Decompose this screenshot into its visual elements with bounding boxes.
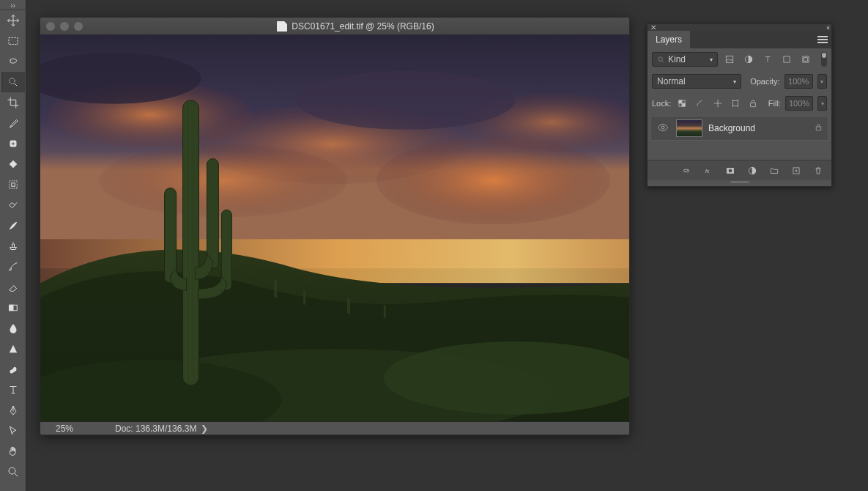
lock-position-icon[interactable] [711, 96, 724, 111]
document-titlebar[interactable]: DSC01671_edit.tif @ 25% (RGB/16) [40, 18, 629, 34]
filter-smart-icon[interactable] [798, 52, 813, 67]
maximize-window[interactable] [74, 22, 83, 31]
svg-rect-36 [803, 56, 809, 62]
svg-rect-40 [682, 103, 685, 106]
smudge-tool[interactable] [1, 359, 25, 380]
lock-transparency-icon[interactable] [675, 96, 689, 111]
pen-tool[interactable] [1, 400, 25, 421]
lock-all-icon[interactable] [746, 96, 760, 111]
layers-panel: ✕ ‹‹ Layers Kind ▾ [647, 23, 832, 187]
fill-dropdown[interactable]: ▾ [817, 96, 827, 111]
panel-resize-handle[interactable] [648, 180, 831, 186]
new-layer-icon[interactable] [789, 163, 804, 178]
filter-toggle[interactable] [821, 52, 827, 67]
lock-image-icon[interactable] [693, 96, 706, 111]
lock-artboard-icon[interactable] [729, 96, 742, 111]
patch-tool[interactable] [1, 154, 25, 174]
content-aware-tool[interactable] [1, 195, 25, 215]
svg-rect-23 [207, 159, 218, 269]
group-icon[interactable] [767, 163, 782, 178]
lock-row: Lock: Fill: 100% ▾ [648, 92, 831, 114]
move-tool[interactable] [1, 10, 25, 31]
toolbox: ›› [0, 0, 26, 491]
svg-point-32 [659, 56, 663, 61]
filter-type-label: Kind [668, 54, 686, 64]
path-selection-tool[interactable] [1, 421, 25, 441]
crop-tool[interactable] [1, 92, 25, 113]
layers-tab[interactable]: Layers [648, 31, 690, 48]
svg-point-16 [296, 71, 515, 130]
type-tool[interactable] [1, 380, 25, 400]
svg-rect-44 [816, 127, 821, 130]
doc-size-text: Doc: 136.3M/136.3M [115, 424, 196, 434]
image-canvas[interactable] [40, 34, 629, 421]
svg-point-8 [9, 468, 15, 474]
filter-pixel-icon[interactable] [722, 52, 737, 67]
panel-menu-icon[interactable] [814, 31, 831, 48]
svg-rect-22 [165, 188, 177, 283]
filter-type-icon[interactable] [760, 52, 775, 67]
svg-rect-39 [679, 100, 682, 103]
svg-rect-5 [11, 183, 15, 187]
panel-control-bar[interactable]: ✕ ‹‹ [648, 24, 831, 31]
brush-tool[interactable] [1, 215, 25, 236]
svg-rect-28 [274, 279, 277, 298]
toolbox-expand[interactable]: ›› [0, 1, 26, 10]
quick-selection-tool[interactable] [1, 72, 25, 92]
opacity-dropdown[interactable]: ▾ [817, 74, 827, 89]
zoom-level[interactable]: 25% [43, 424, 86, 434]
visibility-toggle-icon[interactable] [656, 122, 670, 136]
layer-name[interactable]: Background [708, 123, 755, 133]
frame-tool[interactable] [1, 174, 25, 195]
healing-brush-tool[interactable] [1, 133, 25, 154]
layer-style-icon[interactable]: fx [701, 163, 716, 178]
history-brush-tool[interactable] [1, 256, 25, 277]
workspace: DSC01671_edit.tif @ 25% (RGB/16) [26, 0, 868, 491]
svg-rect-7 [9, 305, 12, 311]
svg-point-43 [661, 126, 664, 129]
svg-point-47 [729, 169, 732, 172]
clone-stamp-tool[interactable] [1, 236, 25, 256]
lock-label: Lock: [652, 99, 671, 108]
chevron-right-icon: ❯ [201, 424, 208, 434]
lasso-tool[interactable] [1, 51, 25, 72]
minimize-window[interactable] [60, 22, 69, 31]
adjustment-layer-icon[interactable] [745, 163, 760, 178]
blend-row: Normal ▾ Opacity: 100% ▾ [648, 70, 831, 92]
lock-icon[interactable] [814, 122, 823, 134]
layer-list: Background [648, 114, 831, 160]
filter-adjustment-icon[interactable] [741, 52, 756, 67]
svg-rect-4 [9, 181, 17, 189]
layer-mask-icon[interactable] [723, 163, 738, 178]
gradient-tool[interactable] [1, 298, 25, 318]
delete-layer-icon[interactable] [811, 163, 826, 178]
svg-point-1 [9, 78, 15, 84]
blur-tool[interactable] [1, 318, 25, 339]
hand-tool[interactable] [1, 441, 25, 462]
svg-rect-3 [9, 160, 17, 169]
fill-value[interactable]: 100% [785, 96, 813, 111]
app-root: ›› [0, 0, 868, 491]
blend-mode-select[interactable]: Normal ▾ [652, 74, 741, 89]
svg-text:fx: fx [705, 168, 710, 173]
opacity-value[interactable]: 100% [784, 74, 813, 89]
rectangular-marquee-tool[interactable] [1, 31, 25, 51]
layer-thumbnail[interactable] [676, 119, 702, 137]
canvas-area[interactable] [40, 34, 629, 422]
link-layers-icon[interactable] [679, 163, 694, 178]
opacity-label: Opacity: [750, 77, 779, 86]
eraser-tool[interactable] [1, 277, 25, 298]
svg-rect-33 [726, 56, 732, 62]
document-title-text: DSC01671_edit.tif @ 25% (RGB/16) [292, 21, 434, 32]
filter-type-select[interactable]: Kind ▾ [652, 52, 718, 67]
zoom-tool[interactable] [1, 462, 25, 482]
search-icon [657, 56, 665, 64]
triangle-tool[interactable] [1, 339, 25, 359]
svg-point-15 [99, 144, 347, 218]
eyedropper-tool[interactable] [1, 113, 25, 133]
document-info[interactable]: Doc: 136.3M/136.3M ❯ [115, 424, 208, 434]
layer-filter-row: Kind ▾ [648, 48, 831, 70]
filter-shape-icon[interactable] [779, 52, 794, 67]
layer-row-background[interactable]: Background [650, 116, 828, 141]
close-window[interactable] [46, 22, 55, 31]
